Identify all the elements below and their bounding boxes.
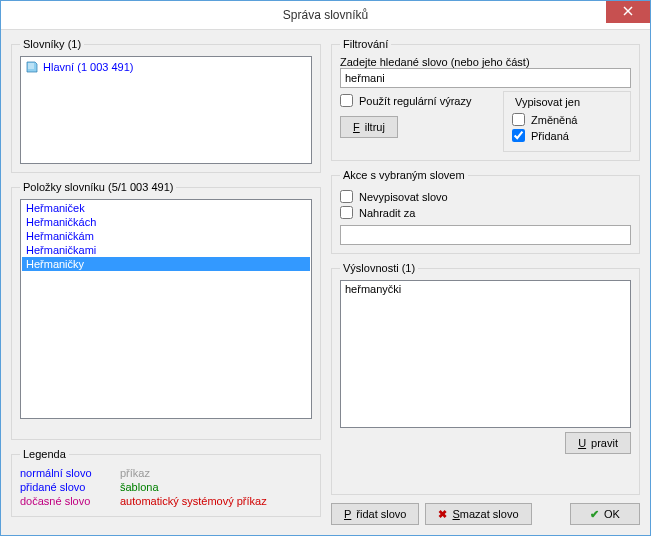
legend-normal: normální slovo [20, 466, 120, 480]
changed-checkbox[interactable] [512, 113, 525, 126]
filter-prompt: Zadejte hledané slovo (nebo jeho část) [340, 56, 631, 68]
changed-label: Změněná [531, 114, 577, 126]
dictionaries-list[interactable]: Hlavní (1 003 491) [20, 56, 312, 164]
replace-checkbox-row[interactable]: Nahradit za [340, 206, 631, 219]
suppress-label: Nevypisovat slovo [359, 191, 448, 203]
added-checkbox[interactable] [512, 129, 525, 142]
legend-added: přidané slovo [20, 480, 120, 494]
added-checkbox-row[interactable]: Přidaná [512, 129, 622, 142]
show-only-group: Vypisovat jen Změněná Přidaná [503, 91, 631, 152]
entries-list[interactable]: Heřmaniček Heřmaničkách Heřmaničkám Heřm… [20, 199, 312, 419]
ok-button[interactable]: ✔ OK [570, 503, 640, 525]
filter-button[interactable]: Filtruj [340, 116, 398, 138]
edit-button[interactable]: Upravit [565, 432, 631, 454]
suppress-checkbox-row[interactable]: Nevypisovat slovo [340, 190, 631, 203]
list-item[interactable]: Heřmaniček [22, 201, 310, 215]
replace-input [340, 225, 631, 245]
legend-heading: Legenda [20, 448, 69, 460]
close-icon [623, 6, 633, 18]
pronunciation-item[interactable]: heřmanyčki [345, 283, 626, 295]
legend-cmd: příkaz [120, 466, 220, 480]
entries-heading: Položky slovníku (5/1 003 491) [20, 181, 176, 193]
actions-group: Akce s vybraným slovem Nevypisovat slovo… [331, 169, 640, 254]
dictionaries-heading: Slovníky (1) [20, 38, 84, 50]
list-item[interactable]: Heřmaničkami [22, 243, 310, 257]
list-item[interactable]: Heřmaničky [22, 257, 310, 271]
ok-label: OK [604, 508, 620, 520]
regex-checkbox-row[interactable]: Použít regulární výrazy [340, 94, 493, 107]
close-button[interactable] [606, 1, 650, 23]
left-column: Slovníky (1) Hlavní (1 003 491) Položky … [11, 38, 321, 525]
replace-label: Nahradit za [359, 207, 415, 219]
legend-auto: automatický systémový příkaz [120, 494, 267, 508]
dictionaries-group: Slovníky (1) Hlavní (1 003 491) [11, 38, 321, 173]
pronunciation-heading: Výslovnosti (1) [340, 262, 418, 274]
regex-checkbox[interactable] [340, 94, 353, 107]
list-item[interactable]: Heřmaničkám [22, 229, 310, 243]
filter-group: Filtrování Zadejte hledané slovo (nebo j… [331, 38, 640, 161]
added-label: Přidaná [531, 130, 569, 142]
replace-checkbox[interactable] [340, 206, 353, 219]
legend-tmpl: šablona [120, 480, 220, 494]
delete-word-button[interactable]: ✖ Smazat slovo [425, 503, 531, 525]
regex-label: Použít regulární výrazy [359, 95, 472, 107]
list-item[interactable]: Heřmaničkách [22, 215, 310, 229]
search-input[interactable] [340, 68, 631, 88]
dialog-window: Správa slovníků Slovníky (1) Hlavní (1 0… [0, 0, 651, 536]
suppress-checkbox[interactable] [340, 190, 353, 203]
right-column: Filtrování Zadejte hledané slovo (nebo j… [331, 38, 640, 525]
check-icon: ✔ [590, 508, 599, 521]
legend-group: Legenda normální slovo příkaz přidané sl… [11, 448, 321, 517]
dictionary-item-label: Hlavní (1 003 491) [43, 61, 134, 73]
dictionary-icon [25, 60, 39, 74]
legend-temp: dočasné slovo [20, 494, 120, 508]
actions-heading: Akce s vybraným slovem [340, 169, 468, 181]
window-title: Správa slovníků [1, 8, 650, 22]
entries-group: Položky slovníku (5/1 003 491) Heřmaniče… [11, 181, 321, 440]
filter-heading: Filtrování [340, 38, 391, 50]
pronunciation-list[interactable]: heřmanyčki [340, 280, 631, 428]
pronunciation-group: Výslovnosti (1) heřmanyčki Upravit [331, 262, 640, 495]
dialog-body: Slovníky (1) Hlavní (1 003 491) Položky … [1, 30, 650, 535]
show-only-heading: Vypisovat jen [512, 96, 583, 108]
changed-checkbox-row[interactable]: Změněná [512, 113, 622, 126]
dictionary-item[interactable]: Hlavní (1 003 491) [23, 59, 309, 75]
bottom-buttons: Přidat slovo ✖ Smazat slovo ✔ OK [331, 503, 640, 525]
delete-icon: ✖ [438, 508, 447, 521]
add-word-button[interactable]: Přidat slovo [331, 503, 419, 525]
titlebar: Správa slovníků [1, 1, 650, 30]
